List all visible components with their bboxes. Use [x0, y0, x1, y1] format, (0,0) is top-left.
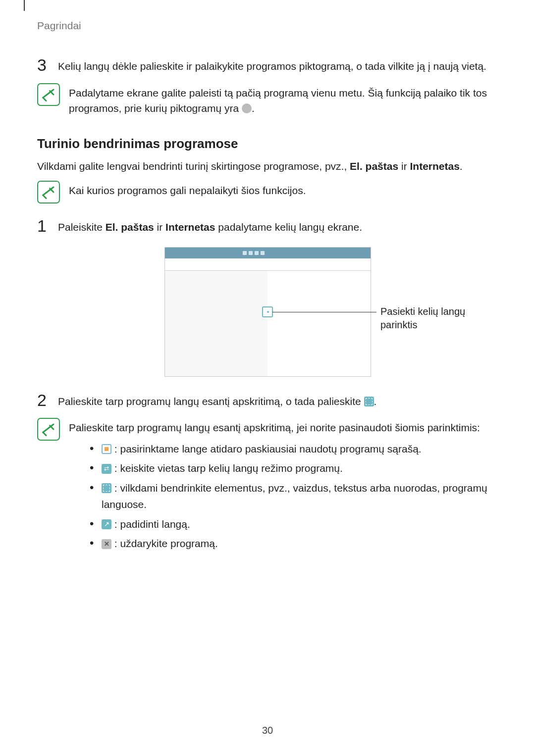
intro-bold-2: Internetas — [410, 160, 459, 172]
step-number: 2 — [37, 392, 49, 408]
intro-paragraph: Vilkdami galite lengvai bendrinti turinį… — [37, 158, 498, 174]
breadcrumb: Pagrindai — [37, 20, 498, 32]
list-item: : padidinti langą. — [90, 516, 498, 533]
note3-text: Palieskite tarp programų langų esantį ap… — [69, 422, 480, 433]
recent-apps-icon — [102, 444, 111, 454]
note-icon — [37, 181, 60, 203]
list-item: : uždarykite programą. — [90, 535, 498, 552]
s2-prefix: Palieskite tarp programų langų esantį ap… — [58, 396, 364, 407]
s1-b2: Internetas — [165, 221, 215, 233]
note-options: Palieskite tarp programų langų esantį ap… — [37, 418, 498, 555]
section-heading: Turinio bendrinimas programose — [37, 136, 498, 151]
note-suffix: . — [252, 102, 255, 114]
list-item: : keiskite vietas tarp kelių langų režim… — [90, 460, 498, 477]
note-icon — [37, 83, 60, 106]
note-text: Palieskite tarp programų langų esantį ap… — [69, 418, 498, 555]
swap-windows-icon — [102, 464, 111, 474]
step-3: 3 Kelių langų dėkle palieskite ir palaik… — [37, 56, 498, 74]
step-2: 2 Palieskite tarp programų langų esantį … — [37, 392, 498, 409]
s2-suffix: . — [374, 396, 377, 407]
li1: : pasirinktame lange atidaro paskiausiai… — [111, 443, 422, 454]
intro-mid: ir — [398, 160, 410, 172]
s1-prefix: Paleiskite — [58, 221, 106, 233]
s1-suffix: padalytame kelių langų ekrane. — [215, 221, 362, 233]
drag-share-icon — [364, 397, 374, 406]
list-item: : pasirinktame lange atidaro paskiausiai… — [90, 441, 498, 457]
note-icon — [37, 418, 60, 441]
s1-b1: El. paštas — [106, 221, 154, 233]
page-number: 30 — [0, 725, 535, 736]
step-text: Palieskite tarp programų langų esantį ap… — [58, 392, 498, 409]
step-number: 1 — [37, 217, 49, 234]
step-number: 3 — [37, 56, 49, 73]
note-same-app: Padalytame ekrane galite paleisti tą pač… — [37, 83, 498, 116]
intro-prefix: Vilkdami galite lengvai bendrinti turinį… — [37, 160, 350, 172]
options-list: : pasirinktame lange atidaro paskiausiai… — [69, 441, 498, 553]
drag-share-icon — [102, 483, 111, 493]
close-icon — [102, 539, 111, 549]
maximize-icon — [102, 519, 111, 529]
list-item: : vilkdami bendrinkite elementus, pvz., … — [90, 480, 498, 513]
multi-instance-icon — [242, 103, 252, 113]
note-text: Kai kurios programos gali nepalaikyti ši… — [69, 181, 498, 199]
li4: : padidinti langą. — [111, 518, 190, 530]
s1-mid: ir — [154, 221, 165, 233]
note-unsupported: Kai kurios programos gali nepalaikyti ši… — [37, 181, 498, 203]
note-prefix: Padalytame ekrane galite paleisti tą pač… — [69, 87, 487, 114]
li2: : keiskite vietas tarp kelių langų režim… — [111, 462, 343, 474]
intro-suffix: . — [460, 160, 463, 172]
figure-callout: Pasiekti kelių langų parinktis — [380, 305, 484, 332]
header-rule — [24, 0, 25, 11]
step-text: Kelių langų dėkle palieskite ir palaikyk… — [58, 56, 498, 74]
step-text: Paleiskite El. paštas ir Internetas pada… — [58, 217, 498, 235]
figure: Pasiekti kelių langų parinktis — [37, 247, 498, 377]
note-text: Padalytame ekrane galite paleisti tą pač… — [69, 83, 498, 116]
step-1: 1 Paleiskite El. paštas ir Internetas pa… — [37, 217, 498, 235]
intro-bold-1: El. paštas — [350, 160, 398, 172]
li3: : vilkdami bendrinkite elementus, pvz., … — [102, 482, 487, 510]
callout-line — [272, 312, 376, 312]
li5: : uždarykite programą. — [111, 538, 218, 549]
multi-window-handle-icon — [262, 306, 273, 317]
